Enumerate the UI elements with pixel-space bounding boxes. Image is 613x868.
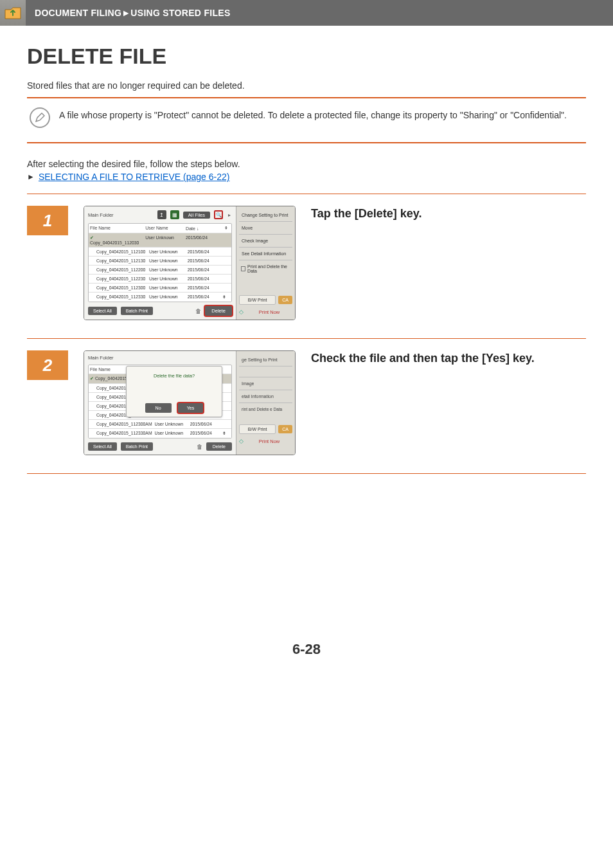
no-button[interactable]: No bbox=[145, 403, 172, 413]
up-folder-button[interactable]: ↥ bbox=[157, 210, 166, 219]
yes-button[interactable]: Yes bbox=[178, 403, 204, 413]
divider bbox=[27, 473, 586, 474]
breadcrumb-sep: ► bbox=[121, 8, 130, 18]
table-row[interactable]: Copy_04042015_112300AMUser Unknown2015/0… bbox=[89, 419, 231, 428]
select-all-button[interactable]: Select All bbox=[88, 442, 117, 451]
step-2: 2 Main Folder File Name bbox=[27, 339, 586, 473]
ca-button[interactable]: CA bbox=[278, 425, 292, 433]
table-header: File Name User Name Date ↓ ⇞ bbox=[89, 224, 231, 233]
scroll-bottom-icon[interactable]: ⇟ bbox=[222, 294, 230, 300]
diamond-icon: ◇ bbox=[239, 309, 244, 315]
intro-text: Stored files that are no longer required… bbox=[27, 80, 586, 91]
delete-button[interactable]: Delete bbox=[205, 306, 232, 316]
change-setting-action[interactable]: Change Setting to Print bbox=[239, 210, 292, 220]
col-filename: File Name bbox=[90, 226, 143, 231]
table-row[interactable]: Copy_04042015_112200User Unknown2015/06/… bbox=[89, 265, 231, 274]
divider bbox=[27, 142, 586, 143]
check-icon: ✔ bbox=[90, 235, 94, 240]
breadcrumb-seg2: USING STORED FILES bbox=[130, 8, 230, 18]
steps-container: 1 Main Folder ↥ ▦ All Files 🔍 ▸ bbox=[27, 194, 586, 474]
action-panel: Change Setting to Print Move Check Image… bbox=[236, 206, 295, 320]
print-now-button[interactable]: ◇ Print Now bbox=[239, 438, 292, 444]
page-title: DELETE FILE bbox=[27, 44, 586, 69]
step-1-heading: Tap the [Delete] key. bbox=[311, 206, 586, 222]
grid-view-button[interactable]: ▦ bbox=[170, 210, 179, 219]
sort-desc-icon[interactable]: ↓ bbox=[197, 226, 199, 231]
folder-icon bbox=[0, 0, 26, 26]
print-now-button[interactable]: ◇ Print Now bbox=[239, 309, 292, 315]
action-panel: ge Setting to Print Image etail Informat… bbox=[236, 351, 295, 455]
dialog-message: Delete the file data? bbox=[154, 372, 195, 379]
table-row[interactable]: Copy_04042015_112300User Unknown2015/06/… bbox=[89, 283, 231, 292]
detail-trim: etail Information bbox=[239, 392, 292, 401]
batch-print-button[interactable]: Batch Print bbox=[121, 307, 153, 315]
print-delete-trim: rint and Delete e Data bbox=[239, 404, 292, 414]
change-setting-trim: ge Setting to Print bbox=[239, 355, 292, 365]
check-image-action[interactable]: Check Image bbox=[239, 236, 292, 246]
side-toggle-icon[interactable]: ▸ bbox=[227, 212, 232, 218]
page: DOCUMENT FILING►USING STORED FILES DELET… bbox=[0, 0, 613, 683]
breadcrumb: DOCUMENT FILING►USING STORED FILES bbox=[33, 8, 231, 18]
scroll-top-icon[interactable]: ⇞ bbox=[222, 226, 230, 231]
table-row[interactable]: Copy_04042015_112100User Unknown2015/06/… bbox=[89, 247, 231, 256]
table-row[interactable]: ✔ Copy_04042015_112030 User Unknown 2015… bbox=[89, 233, 231, 247]
breadcrumb-seg1: DOCUMENT FILING bbox=[35, 8, 121, 18]
image-trim: Image bbox=[239, 379, 292, 388]
bw-print-button[interactable]: B/W Print bbox=[239, 295, 276, 305]
after-select-text: After selecting the desired file, follow… bbox=[27, 159, 586, 169]
all-files-button[interactable]: All Files bbox=[183, 212, 210, 219]
select-all-button[interactable]: Select All bbox=[88, 307, 117, 315]
step-2-heading: Check the file and then tap the [Yes] ke… bbox=[311, 350, 586, 366]
step-number: 2 bbox=[27, 350, 68, 380]
table-row[interactable]: Copy_04042015_112330User Unknown2015/06/… bbox=[89, 292, 231, 302]
table-row[interactable]: Copy_04042015_112330AMUser Unknown2015/0… bbox=[89, 428, 231, 438]
confirm-dialog: Delete the file data? No Yes bbox=[126, 366, 222, 417]
step-1: 1 Main Folder ↥ ▦ All Files 🔍 ▸ bbox=[27, 194, 586, 338]
diamond-icon: ◇ bbox=[239, 438, 244, 444]
table-row[interactable]: Copy_04042015_112130User Unknown2015/06/… bbox=[89, 256, 231, 265]
batch-print-button[interactable]: Batch Print bbox=[121, 442, 153, 451]
note-text: A file whose property is "Protect" canno… bbox=[59, 107, 567, 122]
trash-icon[interactable]: 🗑 bbox=[195, 308, 201, 314]
bw-print-button[interactable]: B/W Print bbox=[239, 424, 276, 434]
link-row: ► SELECTING A FILE TO RETRIEVE (page 6-2… bbox=[27, 172, 586, 182]
page-number: 6-28 bbox=[27, 641, 586, 658]
step-1-screenshot: Main Folder ↥ ▦ All Files 🔍 ▸ File Name … bbox=[84, 206, 296, 320]
ca-button[interactable]: CA bbox=[278, 296, 292, 304]
scroll-bottom-icon[interactable]: ⇟ bbox=[222, 431, 230, 436]
delete-button[interactable]: Delete bbox=[206, 442, 232, 451]
search-button[interactable]: 🔍 bbox=[214, 210, 223, 219]
trash-icon[interactable]: 🗑 bbox=[197, 444, 202, 450]
step-2-screenshot: Main Folder File Name ✔ Copy_04042015_11… bbox=[84, 350, 296, 455]
section-header: DOCUMENT FILING►USING STORED FILES bbox=[0, 0, 613, 26]
col-username: User Name bbox=[145, 226, 183, 231]
triangle-icon: ► bbox=[27, 172, 35, 181]
note-block: A file whose property is "Protect" canno… bbox=[27, 98, 586, 138]
see-detail-action[interactable]: See Detail Information bbox=[239, 249, 292, 258]
print-delete-checkbox[interactable]: Print and Delete the Data bbox=[239, 262, 292, 276]
retrieve-link[interactable]: SELECTING A FILE TO RETRIEVE (page 6-22) bbox=[39, 172, 230, 182]
file-list-panel: Main Folder ↥ ▦ All Files 🔍 ▸ File Name … bbox=[84, 206, 296, 320]
folder-title: Main Folder bbox=[88, 355, 232, 361]
step-number: 1 bbox=[27, 206, 68, 235]
move-action[interactable]: Move bbox=[239, 223, 292, 233]
pencil-icon bbox=[30, 107, 50, 128]
folder-title: Main Folder bbox=[88, 212, 154, 218]
table-row[interactable]: Copy_04042015_112230User Unknown2015/06/… bbox=[89, 274, 231, 283]
col-date: Date ↓ bbox=[186, 226, 220, 231]
